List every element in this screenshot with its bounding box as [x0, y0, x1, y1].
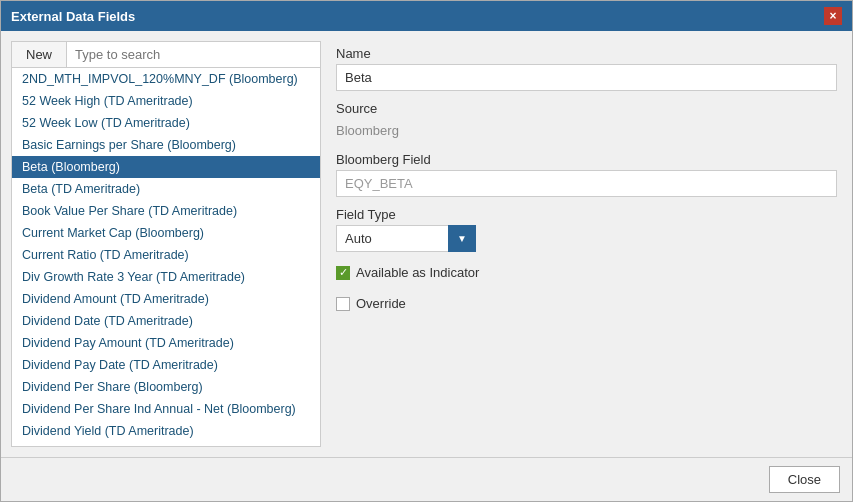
list-item[interactable]: Dividend Amount (TD Ameritrade)	[12, 288, 320, 310]
list-item[interactable]: Book Value Per Share (TD Ameritrade)	[12, 200, 320, 222]
right-panel: Name Source Bloomberg Bloomberg Field Fi…	[331, 41, 842, 447]
dialog-title: External Data Fields	[11, 9, 135, 24]
field-type-select[interactable]: Auto String Number Date	[336, 225, 476, 252]
list-item[interactable]: 2ND_MTH_IMPVOL_120%MNY_DF (Bloomberg)	[12, 68, 320, 90]
list-item[interactable]: Dividend Pay Amount (TD Ameritrade)	[12, 332, 320, 354]
list-item[interactable]: 52 Week Low (TD Ameritrade)	[12, 112, 320, 134]
dialog-footer: Close	[1, 457, 852, 501]
bloomberg-field-input[interactable]	[336, 170, 837, 197]
list-item[interactable]: Beta (Bloomberg)	[12, 156, 320, 178]
new-button[interactable]: New	[12, 42, 67, 67]
search-input[interactable]	[67, 42, 320, 67]
list-item[interactable]: Basic Earnings per Share (Bloomberg)	[12, 134, 320, 156]
field-type-select-wrapper: Auto String Number Date	[336, 225, 476, 252]
field-list: 2ND_MTH_IMPVOL_120%MNY_DF (Bloomberg)52 …	[12, 68, 320, 446]
list-item[interactable]: Dividend Per Share (Bloomberg)	[12, 376, 320, 398]
external-data-fields-dialog: External Data Fields × New 2ND_MTH_IMPVO…	[0, 0, 853, 502]
list-item[interactable]: Entry (User-Defined)	[12, 442, 320, 446]
field-type-label: Field Type	[336, 207, 837, 222]
source-group: Source Bloomberg	[336, 101, 837, 142]
list-item[interactable]: Current Ratio (TD Ameritrade)	[12, 244, 320, 266]
source-label: Source	[336, 101, 837, 116]
available-as-indicator-checkbox[interactable]	[336, 266, 350, 280]
list-item[interactable]: Div Growth Rate 3 Year (TD Ameritrade)	[12, 266, 320, 288]
left-panel-header: New	[12, 42, 320, 68]
left-panel: New 2ND_MTH_IMPVOL_120%MNY_DF (Bloomberg…	[11, 41, 321, 447]
override-checkbox[interactable]	[336, 297, 350, 311]
list-item[interactable]: Dividend Yield (TD Ameritrade)	[12, 420, 320, 442]
available-as-indicator-row: Available as Indicator	[336, 262, 837, 283]
bloomberg-field-label: Bloomberg Field	[336, 152, 837, 167]
list-item[interactable]: Dividend Pay Date (TD Ameritrade)	[12, 354, 320, 376]
title-bar-close-button[interactable]: ×	[824, 7, 842, 25]
list-item[interactable]: Dividend Per Share Ind Annual - Net (Blo…	[12, 398, 320, 420]
field-type-group: Field Type Auto String Number Date	[336, 207, 837, 252]
available-as-indicator-label: Available as Indicator	[356, 265, 479, 280]
dialog-body: New 2ND_MTH_IMPVOL_120%MNY_DF (Bloomberg…	[1, 31, 852, 457]
name-input[interactable]	[336, 64, 837, 91]
list-item[interactable]: 52 Week High (TD Ameritrade)	[12, 90, 320, 112]
list-item[interactable]: Beta (TD Ameritrade)	[12, 178, 320, 200]
override-label: Override	[356, 296, 406, 311]
bloomberg-field-group: Bloomberg Field	[336, 152, 837, 197]
close-button[interactable]: Close	[769, 466, 840, 493]
list-item[interactable]: Current Market Cap (Bloomberg)	[12, 222, 320, 244]
name-group: Name	[336, 46, 837, 91]
list-item[interactable]: Dividend Date (TD Ameritrade)	[12, 310, 320, 332]
name-label: Name	[336, 46, 837, 61]
title-bar: External Data Fields ×	[1, 1, 852, 31]
override-row: Override	[336, 293, 837, 314]
source-value: Bloomberg	[336, 119, 837, 142]
